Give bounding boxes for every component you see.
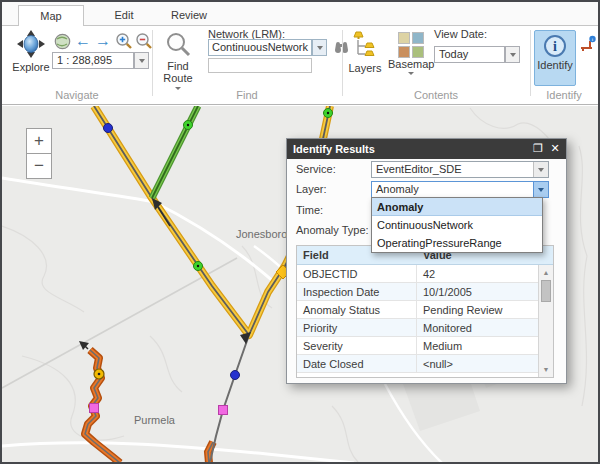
basemap-label: Basemap	[388, 58, 434, 70]
table-row: Anomaly StatusPending Review	[297, 301, 538, 319]
field-cell: Anomaly Status	[297, 301, 417, 318]
view-date-dropdown-button[interactable]	[505, 46, 520, 63]
value-cell: Medium	[417, 337, 538, 354]
time-label: Time:	[296, 204, 323, 216]
zoom-in-icon[interactable]	[115, 32, 133, 52]
field-cell: Date Closed	[297, 355, 417, 372]
full-extent-globe-icon[interactable]	[54, 33, 71, 52]
layers-tree-icon	[350, 50, 380, 62]
table-row: SeverityMedium	[297, 337, 538, 355]
network-combo-dropdown-button[interactable]	[312, 39, 327, 56]
dropdown-option-operatingpressurerange[interactable]: OperatingPressureRange	[372, 234, 542, 252]
anomaly-type-label: Anomaly Type:	[296, 224, 369, 236]
map-zoom-in-button[interactable]: +	[26, 128, 52, 154]
place-label-jonesboro: Jonesboro	[236, 228, 287, 240]
table-body: OBJECTID42 Inspection Date10/1/2005 Anom…	[297, 265, 553, 373]
find-route-label-line1: Find	[156, 60, 200, 72]
layer-label: Layer:	[296, 183, 327, 195]
tab-review[interactable]: Review	[154, 5, 224, 25]
table-row: PriorityMonitored	[297, 319, 538, 337]
dialog-title-bar[interactable]: Identify Results ❐ ✕	[287, 139, 566, 159]
map-scale-input[interactable]: 1 : 288,895	[52, 52, 134, 69]
network-combo[interactable]: ContinuousNetwork	[208, 39, 312, 56]
scroll-up-icon[interactable]: ▲	[539, 266, 553, 279]
service-combo-value: EventEditor_SDE	[376, 163, 462, 175]
service-combo-dropdown-button[interactable]	[533, 162, 548, 177]
chevron-down-icon	[317, 46, 323, 50]
yellow-point-marker	[94, 369, 104, 379]
view-date-label: View Date:	[434, 28, 487, 40]
green-point-marker	[324, 109, 333, 118]
forward-extent-arrow-icon[interactable]: →	[95, 33, 111, 49]
map-scale-dropdown-button[interactable]	[134, 52, 149, 69]
event-editor-window: Map Edit Review Explore	[0, 0, 600, 464]
group-separator	[152, 30, 153, 96]
ribbon-tab-bar: Map Edit Review	[2, 2, 598, 26]
ribbon: Explore ← → 1 : 288,895	[2, 26, 598, 105]
find-route-button[interactable]: Find Route	[156, 31, 200, 90]
group-label-find: Find	[152, 89, 342, 101]
tab-map[interactable]: Map	[18, 5, 84, 26]
pink-square-marker	[90, 404, 99, 413]
scroll-down-icon[interactable]: ▼	[539, 363, 553, 376]
group-separator	[342, 30, 343, 96]
identify-route-icon[interactable]: i	[580, 35, 597, 54]
scrollbar-thumb[interactable]	[541, 280, 551, 302]
basemap-button[interactable]: Basemap	[388, 30, 434, 75]
identify-results-dialog: Identify Results ❐ ✕ Service: EventEdito…	[286, 138, 567, 384]
dropdown-option-continuousnetwork[interactable]: ContinuousNetwork	[372, 216, 542, 234]
route-id-input[interactable]	[208, 58, 312, 73]
group-label-contents: Contents	[342, 89, 530, 101]
table-row: Date Closed<null>	[297, 355, 538, 373]
layers-button[interactable]: Layers	[346, 30, 384, 74]
identify-button-label: Identify	[535, 59, 575, 71]
field-cell: Severity	[297, 337, 417, 354]
layer-combo-value: Anomaly	[376, 183, 419, 195]
layers-label: Layers	[346, 62, 384, 74]
pink-square-marker	[219, 406, 228, 415]
basemap-grid-icon	[398, 32, 424, 58]
value-cell: Monitored	[417, 319, 538, 336]
blue-point-marker	[104, 124, 113, 133]
view-date-combo[interactable]: Today	[434, 46, 505, 63]
tab-edit[interactable]: Edit	[94, 5, 154, 25]
chevron-down-icon	[408, 72, 414, 75]
layer-combo[interactable]: Anomaly	[371, 181, 549, 198]
identify-button[interactable]: i Identify	[534, 30, 576, 86]
dialog-title: Identify Results	[293, 143, 375, 155]
table-row: Inspection Date10/1/2005	[297, 283, 538, 301]
chevron-down-icon	[538, 188, 544, 192]
maximize-icon[interactable]: ❐	[530, 139, 546, 159]
route-gray[interactable]	[209, 335, 249, 462]
map-zoom-out-button[interactable]: −	[26, 153, 52, 179]
attributes-table: Field Value OBJECTID42 Inspection Date10…	[296, 245, 554, 378]
table-scrollbar[interactable]: ▲ ▼	[538, 265, 553, 377]
back-extent-arrow-icon[interactable]: ←	[75, 33, 91, 49]
layer-combo-dropdown-button[interactable]	[533, 182, 548, 197]
service-combo[interactable]: EventEditor_SDE	[371, 161, 549, 178]
map-zoom-control: + −	[26, 128, 52, 179]
route-green[interactable]	[152, 106, 198, 198]
value-cell: Pending Review	[417, 301, 538, 318]
explore-label: Explore	[8, 61, 54, 73]
zoom-out-icon[interactable]	[135, 32, 153, 52]
find-route-magnifier-icon	[165, 48, 192, 60]
explore-button[interactable]: Explore	[8, 29, 54, 73]
chevron-down-icon	[139, 59, 145, 63]
green-point-marker	[184, 121, 193, 130]
dropdown-option-anomaly[interactable]: Anomaly	[372, 198, 542, 216]
group-separator	[530, 30, 531, 96]
field-cell: Inspection Date	[297, 283, 417, 300]
field-cell: OBJECTID	[297, 265, 417, 282]
map-canvas[interactable]: + − Jonesboro Purmela Identify Results ❐…	[2, 106, 598, 462]
close-icon[interactable]: ✕	[547, 139, 563, 159]
value-cell: 42	[417, 265, 538, 282]
green-point-marker	[194, 262, 203, 271]
table-row: OBJECTID42	[297, 265, 538, 283]
chevron-down-icon	[510, 53, 516, 57]
find-route-label-line2: Route	[156, 72, 200, 84]
field-cell: Priority	[297, 319, 417, 336]
group-label-navigate: Navigate	[2, 89, 152, 101]
blue-point-marker	[231, 371, 240, 380]
explore-orb-icon	[16, 49, 46, 61]
